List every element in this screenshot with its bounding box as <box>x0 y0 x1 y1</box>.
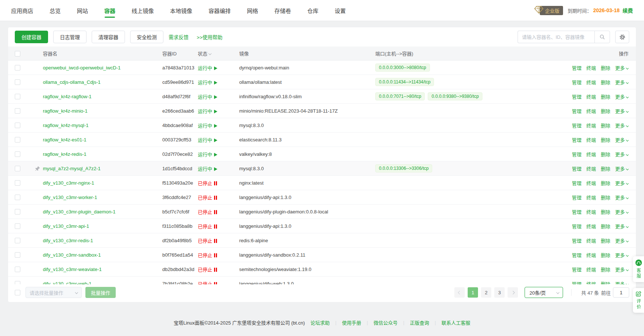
row-action-delete[interactable]: 删除 <box>601 223 610 230</box>
row-checkbox[interactable] <box>15 123 20 128</box>
row-action-more[interactable]: 更多 <box>615 251 628 258</box>
nav-item[interactable]: 本地镜像 <box>170 0 192 21</box>
container-name-link[interactable]: dify_v130_c3mr-web-1 <box>43 281 92 285</box>
row-checkbox[interactable] <box>15 151 20 157</box>
container-name-link[interactable]: ollama_cdjs-ollama_Cdjs-1 <box>43 79 101 85</box>
row-action-more[interactable]: 更多 <box>615 64 628 71</box>
row-action-more[interactable]: 更多 <box>615 107 628 114</box>
row-action-manage[interactable]: 管理 <box>572 79 582 86</box>
row-checkbox[interactable] <box>15 108 20 114</box>
container-name-link[interactable]: dify_v130_c3mr-nginx-1 <box>43 180 94 186</box>
row-checkbox[interactable] <box>15 195 20 200</box>
container-name-link[interactable]: dify_v130_c3mr-redis-1 <box>43 238 93 243</box>
row-action-delete[interactable]: 删除 <box>601 64 610 71</box>
row-action-manage[interactable]: 管理 <box>572 122 582 129</box>
row-action-more[interactable]: 更多 <box>615 237 628 244</box>
row-action-more[interactable]: 更多 <box>615 151 628 158</box>
nav-item[interactable]: 应用商店 <box>11 0 33 21</box>
row-action-delete[interactable]: 删除 <box>601 266 610 273</box>
row-action-delete[interactable]: 删除 <box>601 136 610 143</box>
row-action-delete[interactable]: 删除 <box>601 251 610 258</box>
select-all-checkbox[interactable] <box>15 51 20 56</box>
row-action-more[interactable]: 更多 <box>615 223 628 230</box>
nav-item[interactable]: 设置 <box>335 0 346 21</box>
footer-link[interactable]: 微信公众号 <box>373 319 397 326</box>
row-checkbox[interactable] <box>15 223 20 229</box>
row-action-more[interactable]: 更多 <box>615 122 628 129</box>
container-name-link[interactable]: ragflow_kr4z-mysql-1 <box>43 123 89 128</box>
row-checkbox[interactable] <box>15 209 20 215</box>
container-name-link[interactable]: mysql_a7z2-mysql_A7z2-1 <box>43 166 101 171</box>
security-check-button[interactable]: 安全检测 <box>130 31 163 43</box>
batch-operation-select[interactable]: 请选择批量操作 <box>26 287 82 298</box>
row-action-delete[interactable]: 删除 <box>601 122 610 129</box>
container-name-link[interactable]: dify_v130_c3mr-api-1 <box>43 223 89 229</box>
help-link[interactable]: >>使用帮助 <box>197 33 223 41</box>
row-action-more[interactable]: 更多 <box>615 136 628 143</box>
row-action-manage[interactable]: 管理 <box>572 136 582 143</box>
row-action-terminal[interactable]: 终端 <box>586 194 596 201</box>
row-action-delete[interactable]: 删除 <box>601 93 610 100</box>
container-name-link[interactable]: dify_v130_c3mr-sandbox-1 <box>43 252 101 258</box>
row-checkbox[interactable] <box>15 252 20 258</box>
container-name-link[interactable]: ragflow_kr4z-es01-1 <box>43 137 87 143</box>
nav-item[interactable]: 网站 <box>77 0 88 21</box>
row-action-delete[interactable]: 删除 <box>601 237 610 244</box>
row-action-terminal[interactable]: 终端 <box>586 79 596 86</box>
footer-link[interactable]: 联系人工客服 <box>441 319 470 326</box>
row-checkbox[interactable] <box>15 281 20 284</box>
nav-item[interactable]: 总览 <box>50 0 61 21</box>
footer-link[interactable]: 论坛求助 <box>311 319 330 326</box>
row-checkbox[interactable] <box>15 94 20 99</box>
container-name-link[interactable]: openwebui_iwcd-openwebui_iwcD-1 <box>43 65 121 71</box>
row-action-more[interactable]: 更多 <box>615 93 628 100</box>
row-action-manage[interactable]: 管理 <box>572 107 582 114</box>
row-action-manage[interactable]: 管理 <box>572 237 582 244</box>
row-action-more[interactable]: 更多 <box>615 266 628 273</box>
row-action-terminal[interactable]: 终端 <box>586 136 596 143</box>
nav-item[interactable]: 容器编排 <box>209 0 231 21</box>
nav-item[interactable]: 存储卷 <box>274 0 291 21</box>
container-name-link[interactable]: ragflow_kr4z-redis-1 <box>43 151 87 157</box>
next-page-button[interactable] <box>508 287 518 298</box>
row-action-terminal[interactable]: 终端 <box>586 251 596 258</box>
nav-item[interactable]: 仓库 <box>307 0 318 21</box>
page-size-select[interactable]: 20条/页 <box>525 287 563 298</box>
row-action-terminal[interactable]: 终端 <box>586 179 596 186</box>
row-action-delete[interactable]: 删除 <box>601 165 610 172</box>
row-action-delete[interactable]: 删除 <box>601 280 610 285</box>
row-action-terminal[interactable]: 终端 <box>586 165 596 172</box>
search-button[interactable] <box>594 31 610 43</box>
clean-container-button[interactable]: 清理容器 <box>92 31 125 43</box>
log-management-button[interactable]: 日志管理 <box>53 31 87 43</box>
row-checkbox[interactable] <box>15 65 20 71</box>
footer-link[interactable]: 使用手册 <box>342 319 361 326</box>
row-action-manage[interactable]: 管理 <box>572 179 582 186</box>
row-action-more[interactable]: 更多 <box>615 179 628 186</box>
page-button-1[interactable]: 1 <box>468 287 478 298</box>
row-action-manage[interactable]: 管理 <box>572 266 582 273</box>
row-action-more[interactable]: 更多 <box>615 280 628 285</box>
row-action-manage[interactable]: 管理 <box>572 280 582 285</box>
row-checkbox[interactable] <box>15 267 20 272</box>
row-checkbox[interactable] <box>15 180 20 186</box>
row-action-terminal[interactable]: 终端 <box>586 223 596 230</box>
row-action-terminal[interactable]: 终端 <box>586 266 596 273</box>
container-name-link[interactable]: dify_v130_c3mr-weaviate-1 <box>43 267 102 272</box>
row-action-terminal[interactable]: 终端 <box>586 93 596 100</box>
row-action-terminal[interactable]: 终端 <box>586 151 596 158</box>
prev-page-button[interactable] <box>454 287 465 298</box>
search-input[interactable] <box>518 31 594 43</box>
row-checkbox[interactable] <box>15 79 20 85</box>
row-checkbox[interactable] <box>15 238 20 243</box>
row-action-terminal[interactable]: 终端 <box>586 107 596 114</box>
row-action-terminal[interactable]: 终端 <box>586 237 596 244</box>
row-action-delete[interactable]: 删除 <box>601 151 610 158</box>
row-action-terminal[interactable]: 终端 <box>586 122 596 129</box>
nav-item[interactable]: 容器 <box>104 0 115 21</box>
container-name-link[interactable]: ragflow_kr4z-ragflow-1 <box>43 94 92 99</box>
row-action-more[interactable]: 更多 <box>615 208 628 215</box>
row-checkbox[interactable] <box>15 166 20 171</box>
row-action-manage[interactable]: 管理 <box>572 223 582 230</box>
nav-item[interactable]: 网络 <box>247 0 258 21</box>
